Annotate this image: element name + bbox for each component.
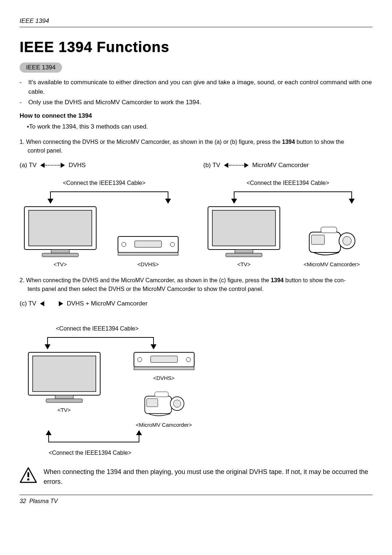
step-2: 2. When connecting the DVHS and the Micr… <box>20 276 372 293</box>
examples-row-ab: (a) TV DVHS <Connect the IEEE1394 Cable> <box>20 162 372 267</box>
dvhs-icon <box>117 234 179 259</box>
step1-pre: 1. When connecting the DVHS or the Micro… <box>20 139 282 145</box>
dvhs-label: <DVHS> <box>119 375 208 381</box>
example-b-label: (b) TV MicroMV Camcorder <box>203 162 372 169</box>
svg-rect-12 <box>226 253 262 257</box>
ex-b-prefix: (b) TV <box>203 162 220 169</box>
step2-bold: 1394 <box>271 277 284 283</box>
bottom-rule <box>20 495 372 495</box>
warning-text: When connecting the 1394 and then playin… <box>44 467 372 487</box>
ex-c-suffix: DVHS + MicroMV Camcorder <box>67 300 147 307</box>
svg-rect-11 <box>235 250 253 253</box>
page-title: IEEE 1394 Functions <box>20 39 372 55</box>
dvhs-icon <box>133 350 195 373</box>
svg-rect-23 <box>151 356 177 362</box>
svg-rect-10 <box>212 210 275 246</box>
tv-device: <TV> <box>20 350 109 413</box>
svg-rect-30 <box>147 398 158 406</box>
tv-device: <TV> <box>203 204 285 267</box>
tv-icon <box>26 350 102 405</box>
svg-rect-17 <box>321 227 337 233</box>
footer-page: 32 <box>20 498 26 504</box>
svg-rect-3 <box>42 253 78 257</box>
bullet-text: Only use the DVHS and MicroMV Camcorder … <box>28 98 201 107</box>
camcorder-label: <MicroMV Camcorder> <box>291 261 372 267</box>
svg-rect-2 <box>51 250 69 253</box>
subheading: How to connect the 1394 <box>20 112 372 119</box>
example-c: (c) TV DVHS + MicroMV Camcorder <Connect… <box>20 300 208 456</box>
svg-rect-16 <box>311 235 324 244</box>
ex-c-cable-caption-top: <Connect the IEEE1394 Cable> <box>56 325 208 332</box>
example-a: (a) TV DVHS <Connect the IEEE1394 Cable> <box>20 162 189 267</box>
footer-text: Plasma TV <box>29 498 58 504</box>
bullet-dash: - <box>20 98 25 107</box>
right-stack: <DVHS> <MicroMV Camcorder> <box>119 350 208 428</box>
ex-a-suffix: DVHS <box>69 162 86 169</box>
svg-rect-19 <box>33 356 96 392</box>
ex-b-diagram: <TV> <MicroMV Camcorder> <box>203 188 372 267</box>
ex-c-devices: <TV> <DVHS> <box>20 350 208 428</box>
ex-a-prefix: (a) TV <box>20 162 37 169</box>
bullet-dash: - <box>20 78 25 96</box>
double-arrow-icon <box>40 301 63 306</box>
svg-rect-20 <box>55 395 73 399</box>
footer: 32 Plasma TV <box>20 498 372 505</box>
cable-bracket <box>203 188 372 204</box>
bullet-row: - Only use the DVHS and MicroMV Camcorde… <box>20 98 372 107</box>
ex-a-diagram: <TV> <DVHS> <box>20 188 189 267</box>
svg-rect-31 <box>155 392 168 397</box>
tv-label: <TV> <box>20 261 101 267</box>
cable-bracket-bottom <box>20 430 179 448</box>
step2-pre: 2. When connecting the DVHS and the Micr… <box>20 277 271 283</box>
camcorder-icon <box>306 219 357 259</box>
svg-rect-1 <box>29 210 92 246</box>
step-1: 1. When connecting the DVHS or the Micro… <box>20 138 372 155</box>
cable-bracket <box>20 188 189 204</box>
camcorder-label: <MicroMV Camcorder> <box>119 422 208 428</box>
bullet-text: It's available to communicate to either … <box>28 78 372 96</box>
step1-cont: control panel. <box>28 146 372 155</box>
svg-rect-21 <box>46 399 82 402</box>
step2-post: button to show the con- <box>283 277 346 283</box>
step1-bold: 1394 <box>282 139 295 145</box>
example-a-label: (a) TV DVHS <box>20 162 189 169</box>
ex-c-cable-caption-bottom: <Connect the IEEE1394 Cable> <box>49 450 208 456</box>
top-rule <box>20 27 372 27</box>
section-pill: IEEE 1394 <box>20 62 62 73</box>
ex-b-suffix: MicroMV Camcorder <box>252 162 309 169</box>
svg-rect-8 <box>118 252 178 255</box>
tv-icon <box>206 204 282 259</box>
svg-point-29 <box>173 400 181 408</box>
svg-point-33 <box>27 478 29 481</box>
dvhs-label: <DVHS> <box>107 261 189 267</box>
camcorder-icon <box>142 385 186 420</box>
ex-a-cable-caption: <Connect the IEEE1394 Cable> <box>20 180 189 186</box>
svg-point-15 <box>343 236 351 245</box>
tv-icon <box>22 204 98 259</box>
warning-icon <box>20 467 37 483</box>
camcorder-device: <MicroMV Camcorder> <box>291 219 372 267</box>
example-c-label: (c) TV DVHS + MicroMV Camcorder <box>20 300 208 307</box>
svg-rect-5 <box>135 241 162 247</box>
warning-block: When connecting the 1394 and then playin… <box>20 467 372 487</box>
intro-bullets: - It's available to communicate to eithe… <box>20 78 372 107</box>
svg-rect-32 <box>28 472 29 477</box>
tv-label: <TV> <box>203 261 285 267</box>
bullet-row: - It's available to communicate to eithe… <box>20 78 372 96</box>
double-arrow-icon <box>40 163 65 168</box>
double-arrow-icon <box>224 163 249 168</box>
step1-post: button to show the <box>295 139 344 145</box>
dvhs-device: <DVHS> <box>107 234 189 267</box>
cable-bracket <box>20 333 172 350</box>
ex-b-cable-caption: <Connect the IEEE1394 Cable> <box>203 180 372 186</box>
step2-cont: tents panel and then select the DVHS or … <box>28 285 372 293</box>
svg-rect-26 <box>134 367 194 370</box>
header-label: IEEE 1394 <box>20 17 372 25</box>
note: •To work the 1394, this 3 methods can us… <box>27 123 372 130</box>
ex-c-prefix: (c) TV <box>20 300 36 307</box>
example-b: (b) TV MicroMV Camcorder <Connect the IE… <box>203 162 372 267</box>
page: IEEE 1394 IEEE 1394 Functions IEEE 1394 … <box>0 0 392 555</box>
tv-label: <TV> <box>20 407 109 413</box>
tv-device: <TV> <box>20 204 101 267</box>
